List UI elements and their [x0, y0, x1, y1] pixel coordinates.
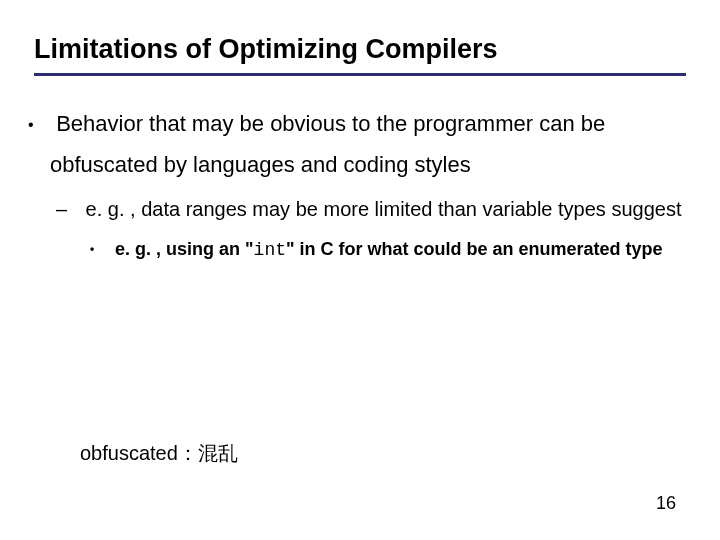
title-underline [34, 73, 686, 76]
subsub-item-1: e. g. , using an "int" in C for what cou… [110, 234, 686, 266]
bullet-list-level3: e. g. , using an "int" in C for what cou… [80, 234, 686, 266]
page-number: 16 [656, 493, 676, 514]
sub-text-1: e. g. , data ranges may be more limited … [86, 198, 682, 220]
slide: Limitations of Optimizing Compilers Beha… [0, 0, 720, 540]
subsub-post: " in C for what could be an enumerated t… [286, 239, 663, 259]
bullet-list-level2: e. g. , data ranges may be more limited … [50, 191, 686, 266]
bullet-text-1: Behavior that may be obvious to the prog… [50, 111, 605, 177]
code-int: int [254, 240, 286, 260]
sub-item-1: e. g. , data ranges may be more limited … [80, 191, 686, 266]
bullet-item-1: Behavior that may be obvious to the prog… [50, 104, 686, 266]
bullet-list-level1: Behavior that may be obvious to the prog… [34, 104, 686, 266]
subsub-pre: e. g. , using an " [115, 239, 254, 259]
slide-title: Limitations of Optimizing Compilers [34, 34, 686, 65]
footnote: obfuscated：混乱 [80, 440, 238, 467]
